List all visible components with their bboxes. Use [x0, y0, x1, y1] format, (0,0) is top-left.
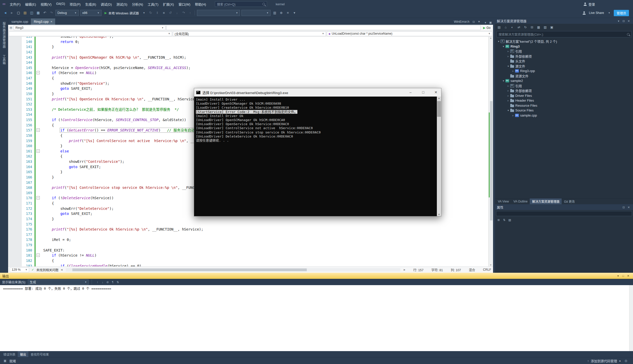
editor-vertical-scrollbar[interactable]: ▲ ▼ [488, 37, 493, 266]
pin-icon[interactable]: ⊡ [471, 19, 476, 24]
close-icon[interactable]: ✕ [626, 19, 631, 23]
show-all-files-icon[interactable]: ▦ [536, 25, 542, 30]
breakpoint-margin[interactable] [8, 175, 22, 180]
breakpoint-margin[interactable] [8, 70, 22, 76]
code-text[interactable]: /* DeleteService之前, 如果服务正在运行怎么办？ 那就是先暂停服… [40, 107, 179, 112]
add-to-source-control-button[interactable]: ↑ 添加到源代码管理 ▲ [587, 358, 621, 363]
breakpoint-margin[interactable] [8, 50, 22, 55]
breakpoint-margin[interactable] [8, 91, 22, 97]
breakpoint-margin[interactable] [8, 117, 22, 123]
code-text[interactable]: goto SAFE_EXIT; [40, 164, 101, 170]
menu-item[interactable]: 帮助(H) [193, 2, 208, 7]
code-text[interactable] [40, 190, 43, 196]
breakpoint-margin[interactable] [8, 55, 22, 60]
code-text[interactable]: showErr("OpenSCManager"); [40, 37, 114, 39]
va-context-dropdown[interactable]: Ring3▼ [14, 25, 166, 30]
tree-expand-icon[interactable]: ▹ [506, 99, 510, 102]
start-debugging-button[interactable]: ▶ 本地 Windows 调试器 ▼ [102, 11, 147, 15]
clear-all-icon[interactable]: ⊘ [105, 280, 110, 284]
tree-expand-icon[interactable]: ▹ [506, 84, 510, 87]
tree-item[interactable]: ▾解决方案"kernel"(2 个项目, 共 2 个) [495, 39, 633, 44]
breakpoint-margin[interactable] [8, 123, 22, 128]
output-vertical-scrollbar[interactable] [629, 285, 633, 351]
solution-configuration-dropdown[interactable]: Debug▼ [55, 10, 79, 16]
output-header[interactable]: 输出 ▾□✕ [0, 273, 633, 279]
menu-item[interactable]: 项目(P) [67, 2, 83, 7]
step-over-icon[interactable]: ↷ [180, 10, 187, 16]
zoom-dropdown[interactable]: 129 %▼ [10, 267, 29, 272]
output-source-dropdown[interactable]: 生成 ▼ [28, 280, 89, 285]
live-share-button[interactable]: Live Share ▼ [582, 11, 610, 15]
find-combo[interactable]: ▼ [197, 10, 240, 16]
sync-active-document-icon[interactable]: ⇄ [516, 25, 522, 30]
breakpoint-margin[interactable] [8, 258, 22, 263]
scroll-right-icon[interactable]: ▶ [404, 268, 405, 271]
notifications-icon[interactable]: ◎ [624, 359, 628, 362]
tab-winerror-h[interactable]: WinError.h ⊡ ✕ [451, 18, 483, 25]
breakpoint-margin[interactable] [8, 76, 22, 81]
menu-item[interactable]: 窗口(W) [176, 2, 193, 7]
undo-icon[interactable]: ↶ [42, 10, 48, 16]
code-text[interactable]: } [40, 175, 54, 180]
code-text[interactable]: { [40, 76, 54, 81]
breakpoint-margin[interactable] [8, 37, 22, 39]
project-dropdown[interactable]: ▼ [9, 31, 172, 36]
tree-expand-icon[interactable]: ▹ [506, 50, 510, 53]
properties-icon[interactable]: ▧ [542, 25, 548, 30]
console-scrollbar[interactable]: ▲ ▼ [437, 97, 441, 216]
hot-reload-icon[interactable]: ↻ [147, 10, 154, 16]
scroll-left-icon[interactable]: ◀ [61, 268, 63, 271]
tree-item[interactable]: ▹sample.cpp [495, 113, 633, 118]
scroll-up-icon[interactable]: ▲ [488, 37, 493, 39]
code-text[interactable]: { [40, 123, 54, 128]
breakpoint-margin[interactable] [8, 149, 22, 154]
code-text[interactable]: showErr("DeleteService"); [40, 206, 114, 211]
breakpoint-margin[interactable] [8, 65, 22, 71]
break-all-icon[interactable]: ‖ [154, 10, 160, 16]
tab-sample-cpp[interactable]: sample.cpp [9, 18, 31, 25]
code-text[interactable] [40, 102, 43, 107]
menu-item[interactable]: 编辑(E) [23, 2, 38, 7]
code-text[interactable]: iRet = 0; [40, 237, 71, 242]
code-text[interactable]: } [40, 169, 63, 175]
panel-tab[interactable]: 错误列表 [1, 351, 18, 357]
breakpoint-margin[interactable] [8, 164, 22, 170]
navigate-back-icon[interactable]: ◄ [2, 10, 9, 16]
next-message-icon[interactable]: ↓ [100, 280, 105, 284]
pin-icon[interactable]: ⊡ [621, 19, 626, 23]
code-text[interactable]: printf("[%s] OpenService Ok hService:%p … [40, 97, 199, 102]
breakpoint-margin[interactable] [8, 195, 22, 201]
step-out-icon[interactable]: ↑ [187, 10, 193, 16]
fold-toggle-icon[interactable]: − [36, 254, 40, 257]
float-tab-icon[interactable]: ▣ [488, 20, 493, 25]
menu-item[interactable]: Git(G) [54, 2, 67, 7]
background-tasks-icon[interactable]: ▣ [3, 359, 7, 362]
tree-item[interactable]: ▹Driver Files [495, 93, 633, 98]
code-text[interactable]: showErr("OpenService"); [40, 81, 109, 86]
tree-item[interactable]: ▾Ring3 [495, 44, 633, 49]
minimize-icon[interactable]: – [405, 88, 416, 97]
code-text[interactable]: return 0; [40, 39, 79, 44]
code-text[interactable] [40, 242, 43, 248]
breakpoint-margin[interactable] [8, 237, 22, 242]
pending-changes-filter-icon[interactable]: ◐ [509, 25, 515, 30]
pin-icon[interactable]: ⊡ [621, 205, 626, 210]
breakpoint-margin[interactable] [8, 190, 22, 196]
code-text[interactable]: SAFE_EXIT: [40, 248, 65, 253]
code-text[interactable]: } [40, 91, 54, 97]
refresh-icon[interactable]: ↻ [522, 25, 528, 30]
window-position-icon[interactable]: ▾ [616, 274, 621, 278]
code-text[interactable] [40, 112, 43, 117]
breakpoint-margin[interactable] [8, 154, 22, 159]
scrollbar-thumb[interactable] [490, 101, 493, 221]
breakpoint-margin[interactable] [8, 216, 22, 222]
console-title-bar[interactable]: 选择 D:\pro\kerDrv\03-driver\kernel\Debug\… [194, 88, 441, 97]
tree-collapse-icon[interactable]: ▾ [506, 65, 510, 67]
breakpoint-margin[interactable] [8, 253, 22, 258]
breakpoint-margin[interactable] [8, 44, 22, 50]
code-text[interactable]: { [40, 258, 54, 263]
breakpoint-margin[interactable] [8, 128, 22, 133]
code-text[interactable]: goto SAFE_EXIT; [40, 211, 92, 216]
tree-item[interactable]: ▹外部依赖项 [495, 54, 633, 59]
va-go-button[interactable]: ▶ Go [481, 26, 492, 30]
